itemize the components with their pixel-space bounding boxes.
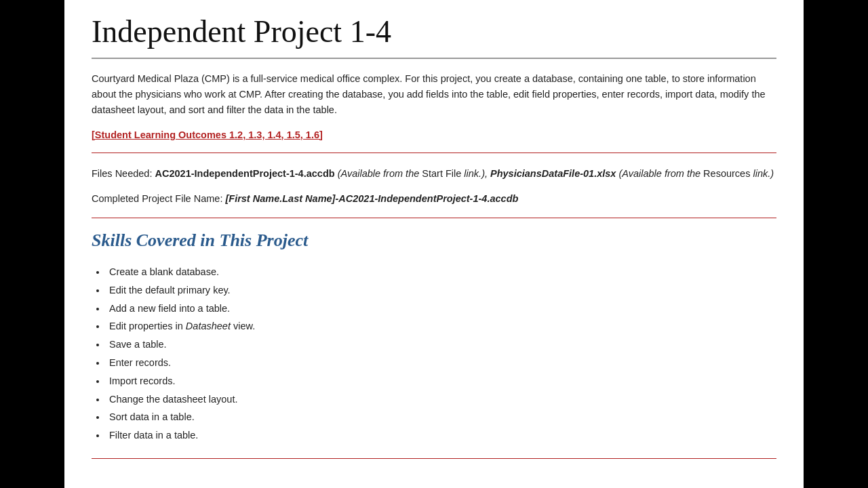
skill-text: Edit the default primary key.	[109, 285, 231, 296]
skill-text: Change the datasheet layout.	[109, 394, 237, 405]
list-item: Edit properties in Datasheet view.	[106, 317, 776, 336]
file2-avail-pre: (Available from the	[618, 168, 701, 179]
list-item: Sort data in a table.	[106, 408, 776, 426]
learning-outcomes-link[interactable]: [Student Learning Outcomes 1.2, 1.3, 1.4…	[92, 129, 776, 140]
intro-text: Courtyard Medical Plaza (CMP) is a full-…	[92, 71, 776, 119]
list-item: Edit the default primary key.	[106, 281, 776, 300]
skill-text: Enter records.	[109, 357, 171, 368]
skill-text: Add a new field into a table.	[109, 303, 230, 314]
list-item: Save a table.	[106, 336, 776, 354]
black-side-left	[0, 0, 61, 488]
file1-avail-post: link.),	[464, 168, 488, 179]
file1-avail-pre: (Available from the	[338, 168, 420, 179]
list-item: Import records.	[106, 372, 776, 390]
list-item: Filter data in a table.	[106, 426, 776, 445]
section-divider-2	[92, 218, 776, 218]
skill-text: Edit properties in Datasheet view.	[109, 321, 255, 331]
list-item: Add a new field into a table.	[106, 300, 776, 318]
file2-avail-post: link.)	[753, 168, 774, 179]
skills-heading: Skills Covered in This Project	[92, 230, 776, 251]
bottom-divider	[92, 458, 776, 459]
list-item: Create a blank database.	[106, 263, 776, 281]
files-section: Files Needed: AC2021-IndependentProject-…	[92, 165, 776, 182]
completed-label: Completed Project File Name:	[92, 193, 222, 204]
title-divider	[92, 58, 776, 59]
skill-text: Import records.	[109, 375, 176, 386]
file1-name: AC2021-IndependentProject-1-4.accdb	[155, 168, 335, 179]
page-container: Independent Project 1-4 Courtyard Medica…	[64, 0, 804, 488]
skill-text: Create a blank database.	[109, 266, 219, 277]
files-label: Files Needed:	[92, 168, 152, 179]
completed-file-line: Completed Project File Name: [First Name…	[92, 193, 776, 204]
file2-name: PhysiciansDataFile-01.xlsx	[490, 168, 616, 179]
page-title: Independent Project 1-4	[92, 14, 776, 49]
list-item: Change the datasheet layout.	[106, 390, 776, 409]
file2-avail-text: Resources	[703, 168, 750, 179]
completed-filename: [First Name.Last Name]-AC2021-Independen…	[225, 193, 518, 204]
skills-list: Create a blank database. Edit the defaul…	[106, 263, 776, 445]
section-divider-1	[92, 152, 776, 153]
skill-text: Sort data in a table.	[109, 411, 195, 422]
black-side-right	[807, 0, 868, 488]
file1-avail-link: Start File	[422, 168, 461, 179]
skill-text: Filter data in a table.	[109, 430, 198, 441]
list-item: Enter records.	[106, 354, 776, 372]
skill-text: Save a table.	[109, 339, 167, 350]
